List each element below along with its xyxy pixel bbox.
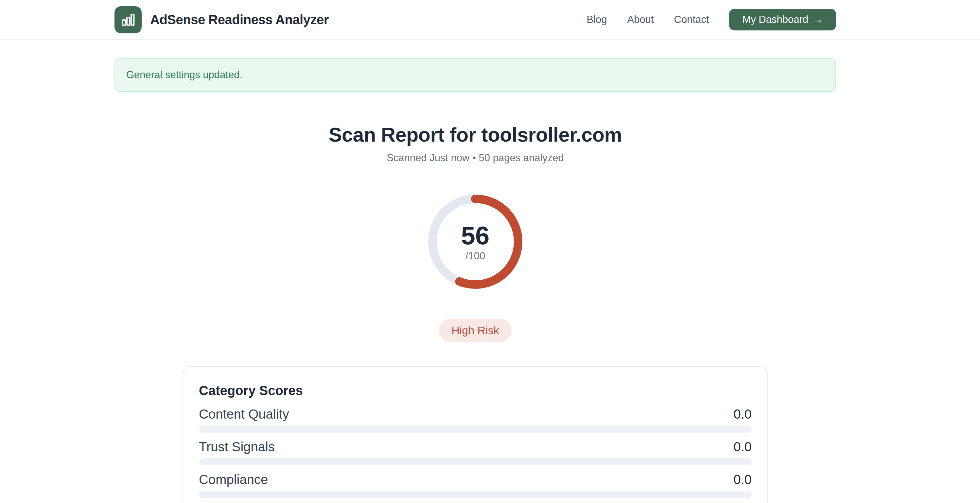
my-dashboard-label: My Dashboard — [742, 14, 808, 25]
category-progress-track — [199, 491, 752, 498]
category-scores-heading: Category Scores — [199, 383, 752, 398]
category-label: Content Quality — [199, 406, 289, 422]
score-value: 56 — [461, 223, 490, 248]
success-banner: General settings updated. — [115, 58, 836, 92]
score-gauge: 56 /100 — [428, 194, 522, 289]
brand: AdSense Readiness Analyzer — [115, 6, 329, 33]
category-row: Trust Signals 0.0 — [199, 439, 752, 465]
nav-link-about[interactable]: About — [627, 14, 654, 25]
category-row: Content Quality 0.0 — [199, 406, 752, 433]
site-header: AdSense Readiness Analyzer Blog About Co… — [0, 0, 980, 40]
scan-report-section: Scan Report for toolsroller.com Scanned … — [115, 123, 836, 342]
risk-badge: High Risk — [439, 319, 511, 342]
category-value: 0.0 — [733, 439, 752, 454]
score-max: /100 — [466, 251, 485, 261]
bar-chart-icon — [120, 12, 136, 27]
category-scores-card: Category Scores Content Quality 0.0 Trus… — [183, 366, 768, 503]
my-dashboard-button[interactable]: My Dashboard → — [729, 9, 836, 30]
scan-meta: Scanned Just now • 50 pages analyzed — [115, 152, 836, 164]
main-nav: Blog About Contact — [587, 14, 709, 25]
app-logo — [115, 6, 142, 33]
page-title: Scan Report for toolsroller.com — [115, 123, 836, 146]
category-value: 0.0 — [733, 472, 752, 487]
category-progress-track — [199, 458, 752, 465]
nav-link-blog[interactable]: Blog — [587, 14, 607, 25]
category-row: Compliance 0.0 — [199, 472, 752, 498]
nav-link-contact[interactable]: Contact — [674, 14, 709, 25]
category-progress-track — [199, 425, 752, 433]
category-value: 0.0 — [733, 406, 752, 422]
category-label: Compliance — [199, 472, 268, 487]
arrow-right-icon: → — [813, 14, 823, 25]
success-banner-message: General settings updated. — [126, 69, 242, 81]
app-title: AdSense Readiness Analyzer — [150, 13, 329, 27]
category-label: Trust Signals — [199, 439, 275, 454]
